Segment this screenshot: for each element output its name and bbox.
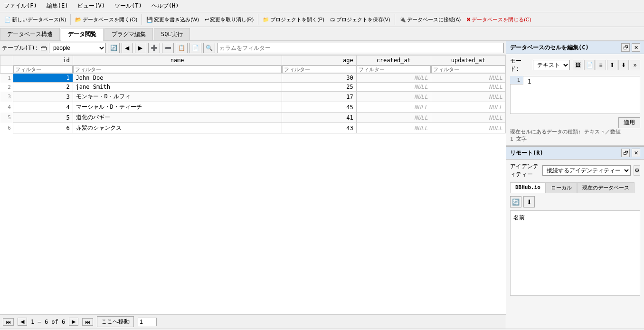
filter-created-cell[interactable] [356,66,431,74]
editor-icon-btn-3[interactable]: ≡ [596,60,606,70]
close-database-button[interactable]: ✖ データベースを閉じる(C) [464,15,533,25]
table-selector[interactable]: people [49,43,106,53]
cell-age[interactable]: 17 [282,92,356,102]
cell-name[interactable]: jane Smith [73,83,282,92]
identity-settings-button[interactable]: ⚙ [634,165,640,176]
remote-float-button[interactable]: 🗗 [621,149,630,157]
editor-more-btn[interactable]: » [630,60,640,70]
prev-table-button[interactable]: ◀ [122,43,133,53]
cell-age[interactable]: 25 [282,83,356,92]
cell-id[interactable]: 2 [13,83,73,92]
goto-button[interactable]: ここへ移動 [97,316,134,327]
cell-id[interactable]: 1 [13,74,73,83]
header-id[interactable]: id [13,56,73,66]
copy-row-button[interactable]: 📋 [176,43,188,53]
insert-row-button[interactable]: ➕ [148,43,160,53]
filter-name-input[interactable] [73,66,282,73]
cell-editor-float-button[interactable]: 🗗 [621,43,630,52]
delete-row-button[interactable]: ➖ [162,43,174,53]
menu-help[interactable]: ヘルプ(H) [150,1,181,11]
cell-created-at[interactable]: NULL [356,113,431,123]
cell-name[interactable]: John Doe [73,74,282,83]
filter-name-cell[interactable] [73,66,282,74]
remote-tab-dbhub[interactable]: DBHub.io [510,182,546,193]
apply-button[interactable]: 適用 [618,117,640,128]
menu-edit[interactable]: 編集(E) [45,1,70,11]
filter-id-input[interactable] [13,66,73,73]
cell-name[interactable]: マーシャル・D・ティーチ [73,102,282,113]
cell-age[interactable]: 41 [282,113,356,123]
column-filter-input[interactable] [217,43,504,53]
header-updated-at[interactable]: updated_at [431,56,505,66]
table-row[interactable]: 22jane Smith25NULLNULL [0,83,506,92]
table-row[interactable]: 55道化のバギー41NULLNULL [0,113,506,123]
cell-id[interactable]: 4 [13,102,73,113]
cell-created-at[interactable]: NULL [356,102,431,113]
cell-value-input[interactable]: 1 [510,76,640,114]
tab-data-browse[interactable]: データ閲覧 [61,28,104,41]
table-row[interactable]: 33モンキー・D・ルフィ17NULLNULL [0,92,506,102]
menu-view[interactable]: ビュー(V) [76,1,107,11]
tab-sql-execute[interactable]: SQL実行 [154,28,190,40]
cell-name[interactable]: モンキー・D・ルフィ [73,92,282,102]
identity-select[interactable]: 接続するアイデンティティー [542,165,631,176]
editor-icon-btn-4[interactable]: ⬆ [607,60,617,70]
cell-updated-at[interactable]: NULL [431,113,505,123]
first-page-button[interactable]: ⏮ [3,318,14,326]
header-name[interactable]: name [73,56,282,66]
cell-id[interactable]: 5 [13,113,73,123]
table-row[interactable]: 11John Doe30NULLNULL [0,74,506,83]
cell-id[interactable]: 6 [13,123,73,133]
open-project-button[interactable]: 📁 プロジェクトを開く(P) [260,15,327,25]
cell-updated-at[interactable]: NULL [431,102,505,113]
paste-row-button[interactable]: 📄 [189,43,201,53]
revert-changes-button[interactable]: ↩ 変更を取り消し(R) [202,15,256,25]
cell-age[interactable]: 43 [282,123,356,133]
cell-updated-at[interactable]: NULL [431,74,505,83]
cell-id[interactable]: 3 [13,92,73,102]
tab-database-structure[interactable]: データベース構造 [0,28,60,40]
cell-editor-close-button[interactable]: ✕ [632,43,640,52]
editor-icon-btn-5[interactable]: ⬇ [618,60,629,70]
goto-input[interactable]: 1 [138,318,157,326]
remote-refresh-button[interactable]: 🔄 [510,196,521,207]
cell-created-at[interactable]: NULL [356,123,431,133]
mode-select[interactable]: テキスト [533,60,570,70]
cell-name[interactable]: 道化のバギー [73,113,282,123]
table-row[interactable]: 66赤髪のシャンクス43NULLNULL [0,123,506,133]
filter-updated-input[interactable] [431,66,505,73]
cell-updated-at[interactable]: NULL [431,92,505,102]
header-created-at[interactable]: created_at [356,56,431,66]
save-changes-button[interactable]: 💾 変更を書き込み(W) [144,15,201,25]
cell-created-at[interactable]: NULL [356,83,431,92]
last-page-button[interactable]: ⏭ [82,318,93,326]
tab-pragma-edit[interactable]: プラグマ編集 [104,28,153,40]
cell-updated-at[interactable]: NULL [431,83,505,92]
connect-database-button[interactable]: 🔌 データベースに接続(A) [397,15,464,25]
menu-file[interactable]: ファイル(F) [2,1,39,11]
editor-icon-btn-2[interactable]: 📄 [584,60,595,70]
next-page-button[interactable]: ▶ [69,318,78,326]
filter-updated-cell[interactable] [431,66,505,74]
new-database-button[interactable]: 📄 新しいデータベース(N) [2,15,68,25]
cell-updated-at[interactable]: NULL [431,123,505,133]
remote-tab-current[interactable]: 現在のデータベース [577,182,635,193]
open-database-button[interactable]: 📂 データベースを開く(O) [73,15,140,25]
remote-download-button[interactable]: ⬇ [523,196,535,207]
editor-icon-btn-1[interactable]: 🖼 [573,60,583,70]
filter-id-cell[interactable] [13,66,73,74]
header-age[interactable]: age [282,56,356,66]
menu-tools[interactable]: ツール(T) [113,1,144,11]
filter-age-input[interactable] [282,66,356,73]
cell-created-at[interactable]: NULL [356,92,431,102]
filter-age-cell[interactable] [282,66,356,74]
next-table-button[interactable]: ▶ [135,43,146,53]
cell-age[interactable]: 30 [282,74,356,83]
refresh-button[interactable]: 🔄 [108,43,120,53]
cell-name[interactable]: 赤髪のシャンクス [73,123,282,133]
remote-tab-local[interactable]: ローカル [546,182,577,193]
prev-page-button[interactable]: ◀ [18,318,27,326]
remote-close-button[interactable]: ✕ [632,149,640,157]
filter-created-input[interactable] [357,66,431,73]
cell-age[interactable]: 45 [282,102,356,113]
